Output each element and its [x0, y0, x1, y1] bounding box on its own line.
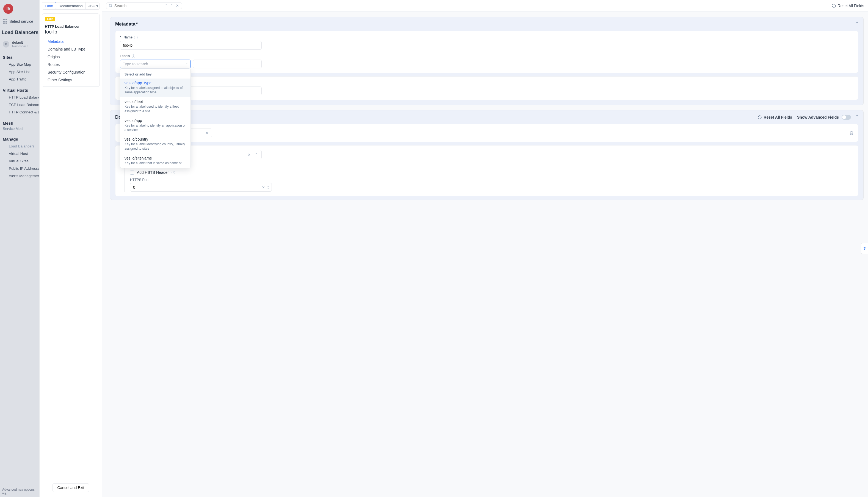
- edit-chip: Edit: [45, 17, 55, 21]
- chevron-down-icon[interactable]: ˅: [254, 152, 259, 157]
- https-port-input[interactable]: ✕ ▴▾: [130, 183, 272, 191]
- clear-icon[interactable]: ✕: [204, 130, 209, 136]
- reset-all-label: Reset All Fields: [838, 3, 864, 8]
- name-input[interactable]: [120, 41, 262, 50]
- tab-documentation[interactable]: Documentation: [56, 2, 85, 9]
- show-advanced-toggle[interactable]: Show Advanced Fields: [797, 115, 851, 120]
- domains-panel: Dom… Reset All Fields Show Advanced Fiel…: [110, 110, 864, 200]
- delete-domain-icon[interactable]: [849, 131, 854, 135]
- http-redirect-row[interactable]: HTTP Redirect to HTTPS i: [130, 163, 854, 168]
- dropdown-scroll[interactable]: ves.io/app_type Key for a label assigned…: [120, 79, 191, 168]
- metadata-panel: Metadata* ˄ *Name i Labels i: [110, 17, 864, 105]
- info-icon[interactable]: i: [134, 36, 138, 39]
- config-sidebar: Form Documentation JSON Edit HTTP Load B…: [40, 0, 102, 497]
- object-type: HTTP Load Balancer: [45, 25, 97, 29]
- description-label-trunc: D: [120, 81, 854, 85]
- info-icon[interactable]: i: [132, 54, 135, 58]
- svg-line-1: [111, 6, 112, 7]
- reset-icon: [758, 115, 762, 119]
- search-input[interactable]: [114, 3, 163, 8]
- https-port-value[interactable]: [133, 185, 261, 189]
- metadata-header: Metadata: [115, 22, 136, 27]
- name-label: *Name i: [120, 36, 854, 39]
- reset-domains-button[interactable]: Reset All Fields: [758, 115, 792, 119]
- tab-json[interactable]: JSON: [86, 2, 100, 9]
- collapse-domains-icon[interactable]: ˄: [856, 114, 858, 120]
- help-handle[interactable]: ?: [861, 243, 868, 254]
- info-icon[interactable]: i: [171, 171, 175, 174]
- outline-other[interactable]: Other Settings: [45, 76, 97, 84]
- labels-label: Labels i: [120, 54, 854, 58]
- labels-select[interactable]: Type to search ˄: [120, 60, 191, 68]
- labels-value-input[interactable]: [193, 60, 262, 68]
- required-star: *: [136, 22, 138, 27]
- object-name: foo-lb: [45, 29, 97, 35]
- dropdown-option-fleet[interactable]: ves.io/fleet Key for a label used to ide…: [120, 97, 191, 116]
- https-port-label: HTTPS Port: [130, 178, 854, 182]
- clear-icon[interactable]: ✕: [247, 152, 251, 157]
- svg-point-0: [109, 4, 112, 7]
- reset-icon: [832, 3, 836, 8]
- search-field[interactable]: ˄ ˅ ✕: [106, 2, 182, 9]
- labels-placeholder: Type to search: [123, 62, 148, 66]
- outline-metadata[interactable]: Metadata: [45, 38, 97, 45]
- stepper-icon[interactable]: ▴▾: [267, 185, 269, 189]
- collapse-metadata-icon[interactable]: ˄: [856, 21, 858, 27]
- search-prev-icon[interactable]: ˄: [164, 3, 168, 8]
- dropdown-option-app-type[interactable]: ves.io/app_type Key for a label assigned…: [120, 79, 191, 97]
- outline-origins[interactable]: Origins: [45, 53, 97, 61]
- dropdown-option-sitename[interactable]: ves.io/siteName Key for a label that is …: [120, 154, 191, 168]
- outline-routes[interactable]: Routes: [45, 61, 97, 68]
- cancel-exit-button[interactable]: Cancel and Exit: [53, 483, 89, 492]
- topbar: ˄ ˅ ✕ Reset All Fields: [102, 0, 868, 12]
- dropdown-option-country[interactable]: ves.io/country Key for a label identifyi…: [120, 135, 191, 154]
- sidebar-dim-overlay: [0, 0, 39, 497]
- add-hsts-row[interactable]: Add HSTS Header i: [130, 170, 854, 175]
- outline-domains[interactable]: Domains and LB Type: [45, 45, 97, 53]
- primary-sidebar: f5 Select service Load Balancers D defau…: [0, 0, 40, 497]
- view-tabs: Form Documentation JSON: [42, 2, 100, 10]
- tab-form[interactable]: Form: [42, 2, 56, 10]
- dropdown-option-app[interactable]: ves.io/app Key for a label to identify a…: [120, 116, 191, 135]
- search-icon: [109, 3, 113, 8]
- clear-icon[interactable]: ✕: [261, 185, 266, 190]
- labels-dropdown: Select or add key ves.io/app_type Key fo…: [120, 68, 191, 168]
- checkbox[interactable]: [130, 171, 134, 175]
- main-area: ˄ ˅ ✕ Reset All Fields Metadata* ˄ *Name…: [102, 0, 868, 497]
- outline-list: Metadata Domains and LB Type Origins Rou…: [45, 38, 97, 84]
- chevron-up-icon: ˄: [186, 62, 188, 66]
- toggle-switch[interactable]: [842, 115, 851, 120]
- search-clear-icon[interactable]: ✕: [175, 3, 179, 8]
- dropdown-header: Select or add key: [120, 71, 191, 79]
- reset-all-fields-button[interactable]: Reset All Fields: [832, 3, 864, 8]
- outline-card: Edit HTTP Load Balancer foo-lb Metadata …: [42, 13, 100, 87]
- outline-security[interactable]: Security Configuration: [45, 68, 97, 76]
- search-next-icon[interactable]: ˅: [170, 3, 174, 8]
